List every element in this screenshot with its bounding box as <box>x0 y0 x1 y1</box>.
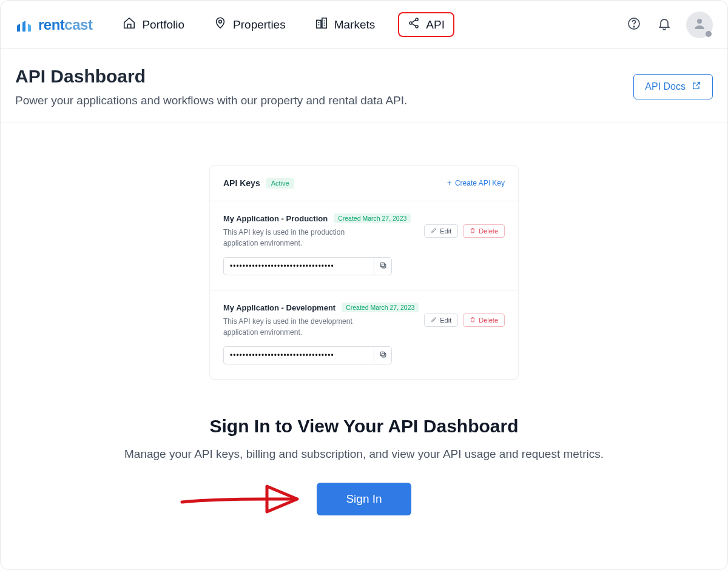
help-icon <box>627 16 641 33</box>
nav-portfolio[interactable]: Portfolio <box>116 13 190 36</box>
presence-dot <box>706 31 712 37</box>
app-frame: rentcast Portfolio Properties Market <box>0 0 728 570</box>
nav-label: Portfolio <box>142 18 184 32</box>
signin-section: Sign In to View Your API Dashboard Manag… <box>1 416 727 515</box>
trash-icon <box>470 227 476 235</box>
create-label: Create API Key <box>455 179 505 187</box>
created-badge: Created March 27, 2023 <box>342 303 419 312</box>
home-icon <box>123 16 136 33</box>
card-title: API Keys <box>223 178 260 188</box>
notifications-button[interactable] <box>656 16 673 33</box>
signin-subtitle: Manage your API keys, billing and subscr… <box>1 448 727 461</box>
api-key-row: My Application - Development Created Mar… <box>210 290 518 379</box>
nav-label: API <box>426 18 445 32</box>
create-api-key-button[interactable]: + Create API Key <box>447 179 505 187</box>
copy-button[interactable] <box>374 257 392 275</box>
nav-api[interactable]: API <box>398 12 454 37</box>
trash-icon <box>470 317 476 324</box>
logo[interactable]: rentcast <box>15 16 92 34</box>
page-subtitle: Power your applications and workflows wi… <box>15 94 633 107</box>
logo-text: rentcast <box>38 16 92 33</box>
card-wrap: API Keys Active + Create API Key My Appl… <box>1 122 727 380</box>
signin-title: Sign In to View Your API Dashboard <box>1 416 727 437</box>
page-header: API Dashboard Power your applications an… <box>1 49 727 122</box>
svg-point-7 <box>633 26 635 27</box>
nav-properties[interactable]: Properties <box>207 13 292 36</box>
edit-button[interactable]: Edit <box>424 314 458 327</box>
avatar-button[interactable] <box>686 12 713 38</box>
api-key-name: My Application - Production <box>223 214 328 223</box>
api-key-name: My Application - Development <box>223 303 335 312</box>
logo-icon <box>15 16 33 34</box>
nav-label: Properties <box>233 18 286 32</box>
pencil-icon <box>431 227 437 235</box>
api-key-desc: This API key is used in the production a… <box>223 227 381 249</box>
pencil-icon <box>431 317 437 324</box>
nav-items: Portfolio Properties Markets API <box>116 12 454 37</box>
plus-icon: + <box>447 179 451 187</box>
svg-rect-12 <box>380 352 385 356</box>
copy-icon <box>379 261 387 272</box>
api-docs-label: API Docs <box>645 81 686 92</box>
card-header: API Keys Active + Create API Key <box>210 166 518 201</box>
svg-point-0 <box>219 20 222 23</box>
help-button[interactable] <box>625 16 642 33</box>
svg-point-8 <box>697 19 702 24</box>
api-key-desc: This API key is used in the development … <box>223 316 381 338</box>
nav-markets[interactable]: Markets <box>309 13 382 36</box>
svg-rect-1 <box>316 20 320 28</box>
delete-button[interactable]: Delete <box>463 224 505 238</box>
svg-rect-9 <box>382 264 386 268</box>
svg-rect-10 <box>380 263 385 267</box>
external-link-icon <box>692 81 701 93</box>
delete-button[interactable]: Delete <box>463 314 505 327</box>
bell-icon <box>657 16 672 33</box>
status-badge: Active <box>266 178 294 189</box>
copy-icon <box>379 350 387 361</box>
top-nav: rentcast Portfolio Properties Market <box>1 1 727 49</box>
created-badge: Created March 27, 2023 <box>334 213 411 223</box>
api-keys-card: API Keys Active + Create API Key My Appl… <box>209 165 519 380</box>
page-title: API Dashboard <box>15 66 633 87</box>
top-nav-right <box>625 12 713 38</box>
api-key-field[interactable]: ••••••••••••••••••••••••••••••••• <box>223 346 374 364</box>
share-nodes-icon <box>408 17 420 32</box>
user-icon <box>692 16 707 33</box>
api-key-field[interactable]: ••••••••••••••••••••••••••••••••• <box>223 257 374 275</box>
annotation-arrow <box>176 478 303 523</box>
api-docs-button[interactable]: API Docs <box>633 74 713 99</box>
svg-rect-11 <box>382 353 386 357</box>
edit-button[interactable]: Edit <box>424 224 458 238</box>
nav-label: Markets <box>334 18 376 32</box>
buildings-icon <box>315 16 328 33</box>
pin-icon <box>214 16 227 33</box>
api-key-row: My Application - Production Created Marc… <box>210 201 518 290</box>
copy-button[interactable] <box>374 346 392 364</box>
signin-button[interactable]: Sign In <box>317 483 411 515</box>
